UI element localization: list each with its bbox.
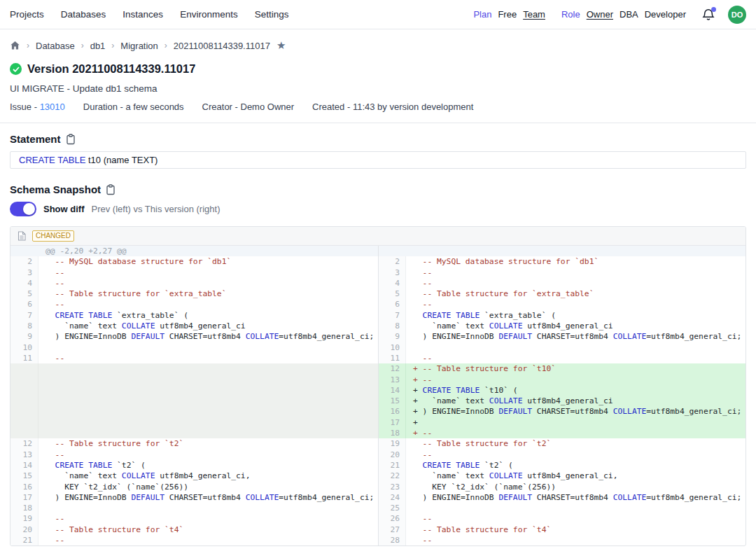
- line-number-right: 26: [378, 513, 406, 524]
- role-switcher: Role Owner DBA Developer: [561, 9, 686, 20]
- role-option-developer[interactable]: Developer: [645, 9, 686, 20]
- meta-value[interactable]: 13010: [40, 102, 65, 112]
- code-right: + --: [406, 428, 746, 438]
- diff-row: 14+ CREATE TABLE `t10` (: [10, 385, 746, 396]
- code-left: -- Table structure for `t4`: [38, 524, 378, 535]
- code-left: CREATE TABLE `extra_table` (: [38, 310, 378, 321]
- diff-row: 18+ --: [10, 428, 746, 438]
- breadcrumb-item[interactable]: 20211008114339.11017: [174, 41, 270, 51]
- line-number-left: 17: [10, 492, 38, 503]
- line-number-left: 12: [10, 438, 38, 449]
- code-right: ) ENGINE=InnoDB DEFAULT CHARSET=utf8mb4 …: [406, 492, 746, 503]
- copy-statement-icon[interactable]: [66, 134, 76, 145]
- line-number-right: 20: [378, 450, 406, 460]
- avatar[interactable]: DO: [728, 6, 746, 24]
- line-number-right: 24: [378, 492, 406, 503]
- plan-option-free[interactable]: Free: [498, 9, 517, 20]
- toggle-knob: [23, 203, 35, 215]
- nav-item-databases[interactable]: Databases: [61, 9, 106, 20]
- meta-label: Issue -: [10, 102, 40, 112]
- code-left: --: [38, 278, 378, 289]
- breadcrumb: ›Database›db1›Migration›20211008114339.1…: [10, 39, 746, 52]
- line-number-left: [10, 363, 38, 374]
- code-right: --: [406, 353, 746, 363]
- show-diff-label: Show diff: [43, 204, 85, 214]
- diff-row: 17+: [10, 417, 746, 428]
- code-left: --: [38, 450, 378, 460]
- line-number-left: [10, 428, 38, 438]
- role-option-dba[interactable]: DBA: [620, 9, 638, 20]
- meta-value: Demo Owner: [241, 102, 295, 112]
- code-left: [38, 503, 378, 513]
- migration-meta: Issue - 13010Duration - a few secondsCre…: [10, 102, 746, 112]
- nav-item-instances[interactable]: Instances: [122, 9, 163, 20]
- meta-item: Created - 11:43 by version development: [312, 102, 473, 112]
- line-number-right: 11: [378, 353, 406, 363]
- copy-snapshot-icon[interactable]: [106, 184, 115, 195]
- code-left: --: [38, 535, 378, 545]
- changed-badge: CHANGED: [32, 230, 74, 242]
- line-number-left: 20: [10, 524, 38, 535]
- code-right: [406, 503, 746, 513]
- star-icon[interactable]: ★: [276, 39, 286, 52]
- line-number-left: 6: [10, 299, 38, 310]
- diff-row: 20 -- Table structure for `t4`27 -- Tabl…: [10, 524, 746, 535]
- diff-row: 19 --26 --: [10, 513, 746, 524]
- diff-row: 2 -- MySQL database structure for `db1`2…: [10, 256, 746, 267]
- meta-label: Duration -: [83, 102, 126, 112]
- code-right: + --: [406, 375, 746, 385]
- diff-row: 3 --3 --: [10, 267, 746, 278]
- line-number-right: 25: [378, 503, 406, 513]
- code-left: -- MySQL database structure for `db1`: [38, 256, 378, 267]
- diff-row: 6 --6 --: [10, 299, 746, 310]
- show-diff-toggle[interactable]: [10, 202, 36, 216]
- nav-item-settings[interactable]: Settings: [255, 9, 289, 20]
- version-header: Version 20211008114339.11017: [10, 62, 746, 76]
- diff-row: 4 --4 --: [10, 278, 746, 289]
- plan-option-team[interactable]: Team: [523, 9, 545, 20]
- line-number-left: 19: [10, 513, 38, 524]
- diff-row: 5 -- Table structure for `extra_table`5 …: [10, 289, 746, 299]
- breadcrumb-item[interactable]: Migration: [120, 41, 158, 51]
- meta-value: 11:43 by version development: [353, 102, 473, 112]
- line-number-left: 21: [10, 535, 38, 545]
- line-number-right: 2: [378, 256, 406, 267]
- code-right: [406, 246, 746, 256]
- diff-direction-hint: Prev (left) vs This version (right): [92, 204, 220, 214]
- diff-toggle-row: Show diff Prev (left) vs This version (r…: [10, 202, 746, 216]
- breadcrumb-item[interactable]: db1: [90, 41, 106, 51]
- nav-right: Plan Free Team Role Owner DBA Developer …: [473, 6, 746, 24]
- code-right: --: [406, 278, 746, 289]
- line-number-right: 7: [378, 310, 406, 321]
- home-icon[interactable]: [10, 41, 20, 50]
- breadcrumb-separator: ›: [27, 41, 29, 50]
- code-right: -- Table structure for `t4`: [406, 524, 746, 535]
- line-number-left: 4: [10, 278, 38, 289]
- notification-bell-icon[interactable]: [702, 8, 716, 22]
- diff-body: @@ -2,20 +2,27 @@2 -- MySQL database str…: [10, 246, 746, 545]
- code-left: [38, 342, 378, 353]
- code-right: --: [406, 450, 746, 460]
- statement-section-header: Statement: [10, 133, 746, 145]
- schema-diff-panel: CHANGED @@ -2,20 +2,27 @@2 -- MySQL data…: [10, 226, 746, 546]
- code-right: CREATE TABLE `t2` (: [406, 460, 746, 471]
- breadcrumb-item[interactable]: Database: [36, 41, 75, 51]
- line-number-right: 18: [378, 428, 406, 438]
- code-right: `name` text COLLATE utf8mb4_general_ci,: [406, 471, 746, 481]
- code-left: --: [38, 267, 378, 278]
- code-left: [38, 375, 378, 385]
- line-number-left: 10: [10, 342, 38, 353]
- line-number-right: 21: [378, 460, 406, 471]
- primary-nav: ProjectsDatabasesInstancesEnvironmentsSe…: [10, 9, 288, 20]
- diff-file-header: CHANGED: [10, 227, 746, 246]
- code-right: -- MySQL database structure for `db1`: [406, 256, 746, 267]
- nav-item-environments[interactable]: Environments: [180, 9, 238, 20]
- meta-item: Duration - a few seconds: [83, 102, 184, 112]
- diff-row: 10 10: [10, 342, 746, 353]
- role-option-owner[interactable]: Owner: [587, 9, 613, 20]
- meta-label: Created -: [312, 102, 353, 112]
- statement-heading: Statement: [10, 133, 61, 145]
- diff-row: 15+ `name` text COLLATE utf8mb4_general_…: [10, 396, 746, 406]
- nav-item-projects[interactable]: Projects: [10, 9, 44, 20]
- diff-row: 11 --11 --: [10, 353, 746, 363]
